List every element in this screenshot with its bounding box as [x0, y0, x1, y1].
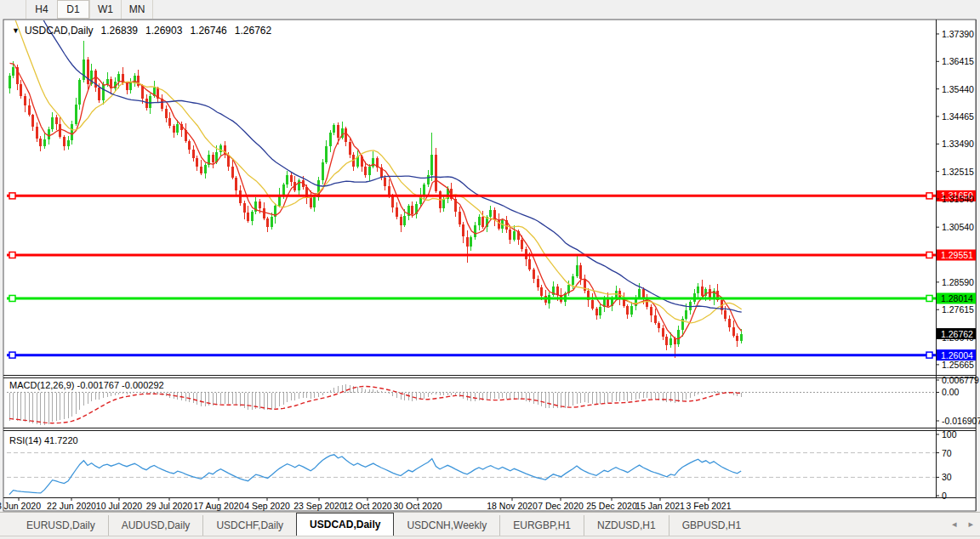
price-tick-label: 1.32515: [942, 167, 974, 177]
candle: [689, 302, 692, 310]
tab-usdcnh-weekly[interactable]: USDCNH,Weekly: [394, 515, 499, 536]
quote-high: 1.26903: [145, 25, 182, 37]
date-label: 30 Oct 2020: [393, 501, 442, 511]
candle: [126, 83, 128, 90]
candle: [266, 218, 269, 227]
date-label: 17 Aug 2020: [194, 501, 244, 511]
candle: [71, 124, 73, 140]
candle: [24, 96, 26, 105]
candle: [724, 310, 726, 319]
date-label: 4 Sep 2020: [244, 501, 290, 511]
candle: [51, 117, 54, 129]
macd-axis-label: 0.00: [942, 387, 960, 397]
tab-eurgbp-h1[interactable]: EURGBP,H1: [499, 515, 584, 536]
candle: [665, 337, 668, 345]
candle: [322, 162, 324, 181]
candle: [263, 208, 265, 218]
tab-nzdusd-h1[interactable]: NZDUSD,H1: [584, 515, 669, 536]
candle: [106, 79, 109, 85]
candle: [481, 217, 484, 227]
candle: [732, 327, 735, 336]
candle: [423, 184, 425, 195]
candle: [337, 125, 339, 138]
macd-axis-label: 0.006779: [942, 375, 979, 385]
candle: [740, 334, 743, 342]
candle: [626, 306, 629, 315]
candle: [83, 60, 85, 80]
candle: [396, 207, 398, 218]
candle: [728, 319, 731, 327]
candle: [349, 142, 351, 155]
candle: [478, 217, 481, 225]
candle: [607, 298, 609, 305]
tab-eurusd-daily[interactable]: EURUSD,Daily: [14, 515, 108, 536]
candle: [39, 139, 42, 146]
candle: [677, 330, 680, 344]
candle: [411, 206, 413, 214]
macd-axis-label: -0.016907: [942, 416, 980, 426]
candle: [204, 165, 207, 173]
candle: [498, 220, 500, 229]
candle: [251, 212, 254, 222]
candle: [466, 237, 469, 247]
candle: [650, 307, 652, 315]
tab-usdcad-daily[interactable]: USDCAD,Daily: [296, 513, 394, 536]
candle: [67, 140, 70, 146]
tab-scroll-right-icon[interactable]: ▸: [968, 519, 973, 529]
chart-tab-bar: EURUSD,Daily AUDUSD,Daily USDCHF,Daily U…: [0, 512, 980, 536]
date-label: 22 Jun 2020: [47, 501, 96, 511]
line-handle[interactable]: [926, 352, 932, 358]
candle: [470, 237, 472, 247]
candle: [513, 231, 516, 240]
price-tick-label: 1.37390: [942, 29, 974, 39]
tab-gbpusd-h1[interactable]: GBPUSD,H1: [669, 515, 754, 536]
line-handle[interactable]: [9, 352, 15, 358]
candle: [31, 115, 34, 127]
candle: [403, 216, 406, 226]
status-strip: [0, 536, 980, 539]
candle: [282, 184, 285, 195]
candle: [243, 203, 246, 213]
candle: [630, 306, 633, 315]
date-label: 23 Sep 2020: [293, 501, 345, 511]
candle: [388, 186, 390, 196]
line-handle[interactable]: [9, 295, 15, 301]
candle: [435, 155, 437, 191]
line-handle[interactable]: [9, 252, 15, 258]
quote-low: 1.26746: [190, 25, 226, 37]
tab-scroll-left-icon[interactable]: ◂: [952, 519, 957, 529]
candle: [192, 150, 195, 159]
price-level-text: 1.28014: [941, 293, 973, 304]
tab-usdchf-daily[interactable]: USDCHF,Daily: [202, 515, 296, 536]
candle: [235, 178, 237, 190]
candle: [176, 124, 179, 133]
date-label: 15 Jan 2021: [635, 501, 685, 511]
candle: [599, 307, 601, 315]
candle: [87, 60, 89, 84]
line-handle[interactable]: [926, 295, 932, 301]
candle: [78, 80, 81, 104]
price-level-text: 1.26004: [941, 350, 973, 360]
candle: [533, 270, 535, 280]
date-label: 25 Dec 2020: [586, 501, 637, 511]
line-handle[interactable]: [926, 252, 932, 258]
price-tick-label: 1.25665: [942, 360, 974, 370]
candle: [9, 76, 11, 88]
candle: [521, 240, 523, 250]
date-label: 12 Oct 2020: [343, 501, 391, 511]
candle: [474, 225, 476, 236]
rsi-axis-label: 30: [942, 472, 952, 482]
candle: [662, 328, 664, 337]
symbol-dropdown-icon[interactable]: ▼: [12, 26, 20, 35]
line-handle[interactable]: [9, 193, 15, 199]
bid-price-text: 1.26762: [941, 329, 973, 339]
candle: [579, 265, 582, 280]
chart-canvas[interactable]: 1.316501.295511.280141.260041.373901.364…: [0, 0, 980, 539]
rsi-indicator-label: RSI(14) 41.7220: [9, 435, 78, 445]
candle: [329, 133, 332, 147]
tab-audusd-daily[interactable]: AUDUSD,Daily: [108, 515, 203, 536]
candle: [188, 141, 191, 150]
chart-title: ▼USDCAD,Daily1.268391.269031.267461.2676…: [12, 25, 271, 37]
line-handle[interactable]: [926, 193, 932, 199]
quote-close: 1.26762: [235, 25, 271, 37]
